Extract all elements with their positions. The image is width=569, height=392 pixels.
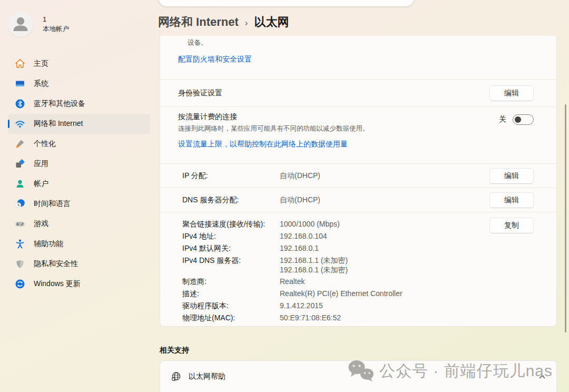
dns-edit-button[interactable]: 编辑 xyxy=(489,192,534,208)
sidebar-item-label: 网络和 Internet xyxy=(34,119,83,129)
sidebar-item-home[interactable]: 主页 xyxy=(8,54,150,74)
authentication-row: 身份验证设置 编辑 xyxy=(160,79,556,106)
breadcrumb-separator-icon: › xyxy=(245,18,248,28)
settings-window: 1 本地帐户 主页 系统 蓝牙和其他设备 网络和 Intern xyxy=(0,0,569,392)
privacy-icon xyxy=(15,259,25,269)
sidebar-item-label: 主页 xyxy=(34,59,48,68)
sidebar-item-personalization[interactable]: 个性化 xyxy=(8,134,150,154)
sidebar-item-privacy-security[interactable]: 隐私和安全性 xyxy=(8,254,150,274)
toggle-knob xyxy=(515,116,521,123)
chevron-up-icon[interactable] xyxy=(538,374,546,379)
detail-row-ipv4-dns: IPv4 DNS 服务器: 192.168.1.1 (未加密) 192.168.… xyxy=(182,254,534,275)
data-limit-link[interactable]: 设置流量上限，以帮助控制在此网络上的数据使用量 xyxy=(178,140,348,149)
copy-button[interactable]: 复制 xyxy=(489,218,534,233)
sidebar-item-accounts[interactable]: 帐户 xyxy=(8,174,150,194)
configure-firewall-link[interactable]: 配置防火墙和安全设置 xyxy=(178,55,252,64)
sidebar-item-label: 辅助功能 xyxy=(34,239,63,249)
network-icon xyxy=(15,119,25,129)
apps-icon xyxy=(15,159,25,169)
windows-update-icon xyxy=(15,279,25,289)
metered-connection-label: 按流量计费的连接 xyxy=(178,112,534,122)
search-box-clipped[interactable] xyxy=(158,0,415,7)
sidebar-item-label: 隐私和安全性 xyxy=(34,259,78,269)
clipped-description-text: 设备。 xyxy=(188,38,208,47)
sidebar-item-label: 个性化 xyxy=(34,139,56,149)
detail-row-ipv4-gateway: IPv4 默认网关: 192.168.0.1 xyxy=(182,242,534,254)
user-account-type: 本地帐户 xyxy=(43,25,69,34)
sidebar-nav: 主页 系统 蓝牙和其他设备 网络和 Internet 个性化 xyxy=(8,54,150,294)
globe-help-icon xyxy=(170,371,182,383)
avatar xyxy=(8,12,33,37)
detail-row-driver-version: 驱动程序版本: 9.1.412.2015 xyxy=(182,300,534,312)
metered-connection-description: 连接到此网络时，某些应用可能具有不同的功能以减少数据使用。 xyxy=(178,124,534,133)
sidebar-item-label: 蓝牙和其他设备 xyxy=(34,99,85,109)
dns-assignment-label: DNS 服务器分配: xyxy=(182,195,280,205)
gaming-icon xyxy=(15,219,25,229)
sidebar-item-label: 时间和语言 xyxy=(34,199,71,209)
ethernet-help-link[interactable]: 以太网帮助 xyxy=(189,372,225,381)
person-icon xyxy=(8,12,33,36)
sidebar-item-windows-update[interactable]: Windows 更新 xyxy=(8,274,150,294)
vertical-scrollbar[interactable] xyxy=(565,104,566,332)
sidebar-item-gaming[interactable]: 游戏 xyxy=(8,214,150,234)
ip-assignment-value: 自动(DHCP) xyxy=(280,171,320,181)
user-name: 1 xyxy=(43,15,69,23)
related-support-heading: 相关支持 xyxy=(160,346,189,355)
accounts-icon xyxy=(15,179,25,189)
ip-assignment-row: IP 分配: 自动(DHCP) 编辑 xyxy=(160,163,556,188)
metered-connection-section: 按流量计费的连接 连接到此网络时，某些应用可能具有不同的功能以减少数据使用。 关… xyxy=(160,106,556,163)
breadcrumb-parent[interactable]: 网络和 Internet xyxy=(158,14,239,30)
ip-assignment-label: IP 分配: xyxy=(182,171,280,181)
authentication-label: 身份验证设置 xyxy=(178,89,222,98)
sidebar-item-label: 系统 xyxy=(34,79,48,89)
ethernet-properties-card: 设备。 配置防火墙和安全设置 身份验证设置 编辑 按流量计费的连接 连接到此网络… xyxy=(160,36,557,327)
sidebar-item-label: 应用 xyxy=(34,159,48,169)
user-account[interactable]: 1 本地帐户 xyxy=(8,12,69,37)
firewall-section: 设备。 配置防火墙和安全设置 xyxy=(160,36,556,79)
sidebar-item-label: 帐户 xyxy=(34,179,48,189)
metered-connection-toggle[interactable] xyxy=(513,114,534,125)
ip-edit-button[interactable]: 编辑 xyxy=(489,168,534,184)
toggle-state-label: 关 xyxy=(499,115,506,124)
sidebar-item-apps[interactable]: 应用 xyxy=(8,154,150,174)
sidebar-item-accessibility[interactable]: 辅助功能 xyxy=(8,234,150,254)
detail-row-manufacturer: 制造商: Realtek xyxy=(182,276,534,288)
related-support-card[interactable]: 以太网帮助 xyxy=(160,360,557,392)
adapter-details-section: 复制 聚合链接速度(接收/传输): 1000/1000 (Mbps) IPv4 … xyxy=(160,212,556,326)
dns-assignment-row: DNS 服务器分配: 自动(DHCP) 编辑 xyxy=(160,188,556,212)
detail-row-mac-address: 物理地址(MAC): 50:E9:71:08:E6:52 xyxy=(182,312,534,324)
dns-assignment-value: 自动(DHCP) xyxy=(280,195,320,205)
sidebar-item-label: 游戏 xyxy=(34,219,48,229)
home-icon xyxy=(15,58,25,69)
personalization-icon xyxy=(15,139,25,149)
sidebar-item-label: Windows 更新 xyxy=(34,279,81,289)
authentication-edit-button[interactable]: 编辑 xyxy=(489,85,534,101)
detail-row-link-speed: 聚合链接速度(接收/传输): 1000/1000 (Mbps) xyxy=(182,218,534,230)
accessibility-icon xyxy=(15,239,25,249)
detail-row-description: 描述: Realtek(R) PCI(e) Ethernet Controlle… xyxy=(182,288,534,300)
sidebar-item-network-internet[interactable]: 网络和 Internet xyxy=(8,114,150,134)
system-icon xyxy=(15,79,25,89)
time-language-icon xyxy=(15,199,25,209)
page-title: 以太网 xyxy=(254,14,289,30)
sidebar-item-time-language[interactable]: 时间和语言 xyxy=(8,194,150,214)
sidebar-item-bluetooth[interactable]: 蓝牙和其他设备 xyxy=(8,94,150,114)
detail-row-ipv4-address: IPv4 地址: 192.168.0.104 xyxy=(182,230,534,242)
bluetooth-icon xyxy=(15,99,25,109)
breadcrumb: 网络和 Internet › 以太网 xyxy=(158,14,289,30)
sidebar-item-system[interactable]: 系统 xyxy=(8,74,150,94)
